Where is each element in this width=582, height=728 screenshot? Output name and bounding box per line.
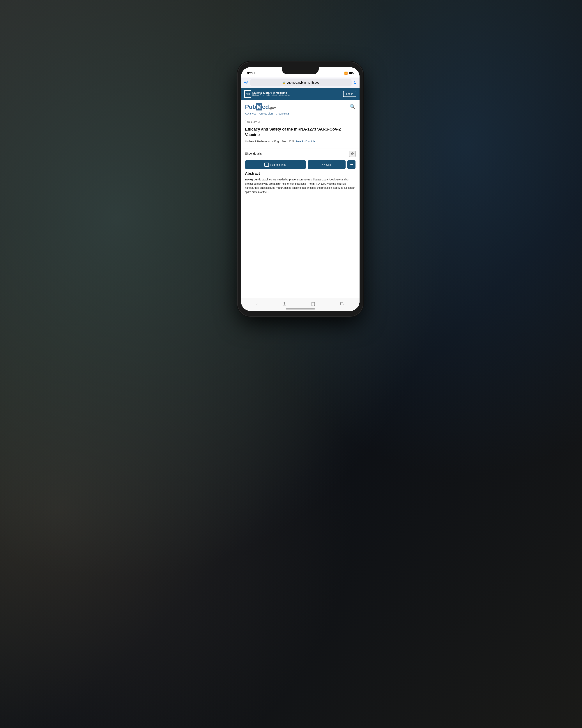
- lock-icon: 🔒: [282, 81, 285, 84]
- nav-create-alert[interactable]: Create alert: [259, 112, 273, 115]
- cta-buttons: ↗ Full text links ❝❝ Cite •••: [241, 160, 360, 172]
- more-dots-label: •••: [350, 163, 353, 166]
- article-pmc: Free PMC article: [296, 140, 315, 143]
- battery-icon: [349, 72, 354, 74]
- search-icon[interactable]: 🔍: [350, 104, 356, 109]
- cite-quote-icon: ❝❝: [322, 163, 325, 166]
- phone-screen: 8:50 📶: [241, 67, 360, 311]
- full-text-icon: ↗: [265, 162, 269, 166]
- pubmed-logo: PubMed.gov: [245, 103, 276, 110]
- abstract-bold-label: Background:: [245, 178, 261, 181]
- pubmed-logo-m: M: [256, 103, 262, 110]
- nav-create-rss[interactable]: Create RSS: [276, 112, 289, 115]
- nih-bracket: NIH: [244, 90, 251, 98]
- article-content: Clinical Trial Efficacy and Safety of th…: [241, 117, 360, 147]
- signal-bar-2: [341, 73, 341, 74]
- cite-label: Cite: [326, 163, 331, 166]
- pubmed-logo-pub: Pub: [245, 103, 256, 110]
- gear-icon-button[interactable]: ⚙: [349, 151, 356, 157]
- signal-bar-4: [342, 72, 343, 74]
- address-aa-label[interactable]: AA: [244, 81, 248, 84]
- pubmed-logo-ed: ed: [262, 103, 269, 110]
- abstract-body: Vaccines are needed to prevent coronavir…: [245, 178, 355, 193]
- phone-device: 8:50 📶: [238, 62, 363, 316]
- full-text-label: Full text links: [270, 163, 286, 166]
- back-button[interactable]: ‹: [256, 301, 258, 307]
- action-bar: Show details ⚙: [241, 149, 360, 159]
- cite-button[interactable]: ❝❝ Cite: [308, 160, 345, 169]
- status-icons: 📶: [340, 72, 354, 75]
- abstract-text: Background: Vaccines are needed to preve…: [245, 178, 356, 194]
- full-text-links-button[interactable]: ↗ Full text links: [245, 160, 306, 169]
- signal-bar-3: [342, 73, 342, 74]
- reload-icon[interactable]: ↻: [354, 80, 357, 85]
- address-bar[interactable]: AA 🔒 pubmed.ncbi.nlm.nih.gov ↻: [241, 78, 360, 88]
- svg-rect-0: [340, 302, 343, 305]
- article-journal: N Engl J Med. 2021.: [272, 140, 295, 143]
- address-url: pubmed.ncbi.nlm.nih.gov: [287, 81, 320, 84]
- article-meta: Lindsey R Baden et al. N Engl J Med. 202…: [245, 139, 356, 144]
- pubmed-header: PubMed.gov 🔍: [241, 100, 360, 111]
- scene: 8:50 📶: [70, 33, 512, 695]
- clinical-trial-badge: Clinical Trial: [245, 120, 262, 124]
- pubmed-nav: Advanced Create alert Create RSS: [241, 111, 360, 117]
- more-button[interactable]: •••: [348, 160, 356, 169]
- abstract-heading: Abstract: [245, 172, 356, 176]
- nih-header: NIH National Library of Medicine Nationa…: [241, 88, 360, 100]
- article-authors: Lindsey R Baden et al.: [245, 140, 271, 143]
- content-area: PubMed.gov 🔍 Advanced Create alert Creat…: [241, 100, 360, 298]
- url-container[interactable]: 🔒 pubmed.ncbi.nlm.nih.gov: [250, 79, 352, 86]
- home-indicator: [285, 308, 315, 310]
- nih-name: National Library of Medicine: [252, 91, 289, 95]
- notch: [282, 67, 319, 74]
- wifi-icon: 📶: [344, 72, 348, 75]
- gear-icon: ⚙: [351, 152, 354, 156]
- signal-bar-1: [340, 74, 340, 74]
- status-time: 8:50: [247, 71, 255, 76]
- show-details-button[interactable]: Show details: [245, 152, 262, 155]
- nih-subtitle: National Center for Biotechnology Inform…: [252, 94, 289, 97]
- tabs-button[interactable]: [340, 302, 344, 306]
- pubmed-logo-dotgov: .gov: [269, 105, 276, 109]
- signal-bars-icon: [340, 72, 343, 74]
- article-title: Efficacy and Safety of the mRNA-1273 SAR…: [245, 127, 356, 137]
- abstract-section: Abstract Background: Vaccines are needed…: [241, 172, 360, 194]
- nih-text-block: National Library of Medicine National Ce…: [252, 91, 289, 97]
- nih-login-button[interactable]: Log in: [343, 91, 356, 97]
- nav-advanced[interactable]: Advanced: [245, 112, 256, 115]
- share-button[interactable]: [282, 302, 287, 306]
- nih-logo-area: NIH National Library of Medicine Nationa…: [244, 90, 289, 98]
- nih-bracket-text: NIH: [246, 93, 250, 95]
- bookmarks-button[interactable]: [311, 302, 315, 306]
